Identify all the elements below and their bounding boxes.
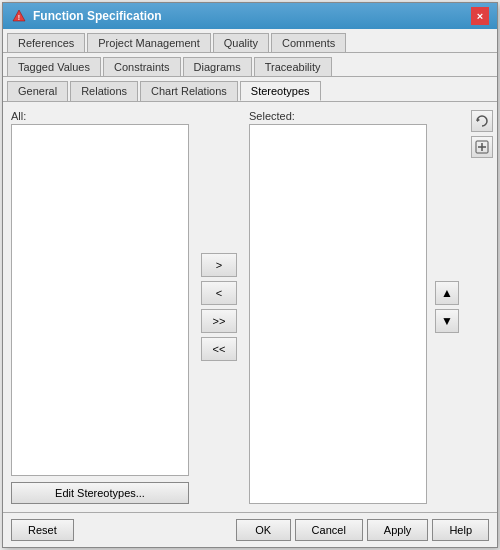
tab-stereotypes[interactable]: Stereotypes — [240, 81, 321, 101]
tabs-row2: Tagged Values Constraints Diagrams Trace… — [3, 53, 497, 77]
tab-chart-relations[interactable]: Chart Relations — [140, 81, 238, 101]
ok-button[interactable]: OK — [236, 519, 291, 541]
toolbar-button-2[interactable] — [471, 136, 493, 158]
bottom-bar: Reset OK Cancel Apply Help — [3, 512, 497, 547]
transfer-buttons: > < >> << — [193, 110, 245, 504]
cancel-button[interactable]: Cancel — [295, 519, 363, 541]
svg-text:!: ! — [18, 14, 20, 21]
tab-tagged-values[interactable]: Tagged Values — [7, 57, 101, 76]
svg-marker-2 — [477, 118, 480, 122]
move-all-left-button[interactable]: << — [201, 337, 237, 361]
content-area: All: Edit Stereotypes... > < >> << Selec… — [3, 102, 497, 512]
tab-comments[interactable]: Comments — [271, 33, 346, 52]
all-label: All: — [11, 110, 189, 122]
tab-relations[interactable]: Relations — [70, 81, 138, 101]
selected-list[interactable] — [249, 124, 427, 504]
move-right-button[interactable]: > — [201, 253, 237, 277]
selected-panel: Selected: — [249, 110, 427, 504]
help-button[interactable]: Help — [432, 519, 489, 541]
move-up-button[interactable]: ▲ — [435, 281, 459, 305]
title-bar: ! Function Specification × — [3, 3, 497, 29]
reset-button[interactable]: Reset — [11, 519, 74, 541]
move-down-button[interactable]: ▼ — [435, 309, 459, 333]
panels-area: All: Edit Stereotypes... > < >> << Selec… — [3, 102, 467, 512]
dialog-title: Function Specification — [33, 9, 162, 23]
title-bar-left: ! Function Specification — [11, 8, 162, 24]
function-specification-dialog: ! Function Specification × References Pr… — [2, 2, 498, 548]
move-all-right-button[interactable]: >> — [201, 309, 237, 333]
tab-traceability[interactable]: Traceability — [254, 57, 332, 76]
apply-button[interactable]: Apply — [367, 519, 429, 541]
tabs-row1: References Project Management Quality Co… — [3, 29, 497, 53]
toolbar-button-1[interactable] — [471, 110, 493, 132]
edit-stereotypes-button[interactable]: Edit Stereotypes... — [11, 482, 189, 504]
dialog-icon: ! — [11, 8, 27, 24]
tab-diagrams[interactable]: Diagrams — [183, 57, 252, 76]
right-toolbar — [467, 102, 497, 512]
close-button[interactable]: × — [471, 7, 489, 25]
tab-quality[interactable]: Quality — [213, 33, 269, 52]
side-buttons: ▲ ▼ — [431, 110, 459, 504]
selected-label: Selected: — [249, 110, 427, 122]
tab-project-management[interactable]: Project Management — [87, 33, 211, 52]
tab-general[interactable]: General — [7, 81, 68, 101]
all-list[interactable] — [11, 124, 189, 476]
tabs-row3: General Relations Chart Relations Stereo… — [3, 77, 497, 102]
all-panel: All: Edit Stereotypes... — [11, 110, 189, 504]
tab-references[interactable]: References — [7, 33, 85, 52]
tab-constraints[interactable]: Constraints — [103, 57, 181, 76]
move-left-button[interactable]: < — [201, 281, 237, 305]
